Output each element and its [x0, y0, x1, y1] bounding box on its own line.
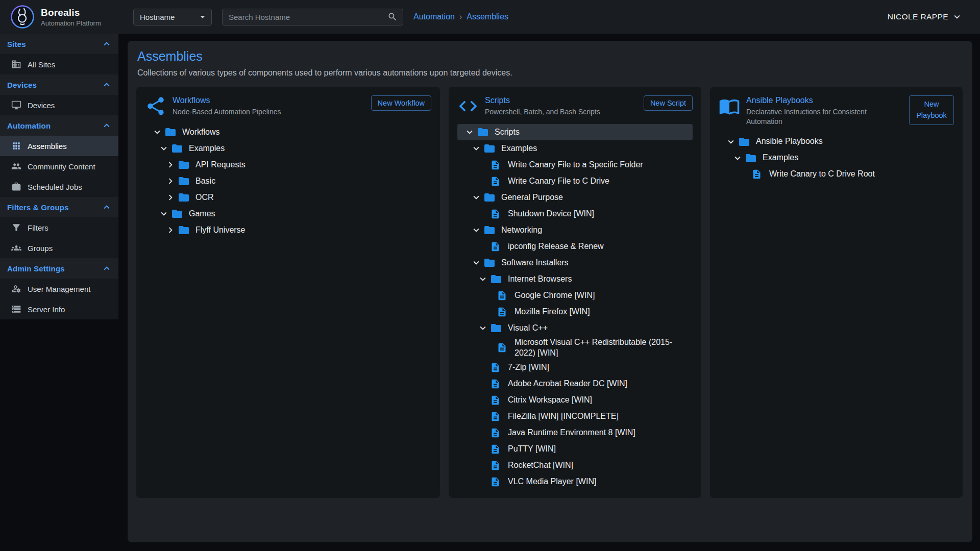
tree-file-filezilla-win-incomplete[interactable]: FileZilla [WIN] [INCOMPLETE]	[457, 409, 693, 425]
tree-folder-internet-browsers[interactable]: Internet Browsers	[457, 271, 693, 287]
sidebar-item-groups[interactable]: Groups	[0, 238, 118, 258]
tree-file-write-canary-file-to-c-drive[interactable]: Write Canary File to C Drive	[457, 173, 693, 189]
tree-file-write-canary-file-to-a-specific-folder[interactable]: Write Canary File to a Specific Folder	[457, 157, 693, 173]
breadcrumb-link-automation[interactable]: Automation	[413, 12, 455, 21]
file-icon	[490, 240, 505, 253]
search-input[interactable]	[229, 13, 387, 21]
search-icon[interactable]	[387, 12, 398, 22]
sidebar-item-all-sites[interactable]: All Sites	[0, 54, 118, 74]
tree-folder-api-requests[interactable]: API Requests	[145, 157, 431, 173]
chevron-down-icon[interactable]	[469, 257, 483, 268]
chevron-down-icon[interactable]	[462, 127, 477, 138]
sidebar-item-community-content[interactable]: Community Content	[0, 156, 118, 177]
tree-folder-basic[interactable]: Basic	[145, 173, 431, 189]
chevron-down-icon[interactable]	[469, 192, 483, 203]
playbooks-card-header: Ansible Playbooks Declarative Instructio…	[719, 94, 954, 127]
sidebar-section-sites[interactable]: Sites	[0, 34, 118, 54]
chevron-down-icon[interactable]	[157, 208, 171, 219]
tree-folder-examples[interactable]: Examples	[457, 140, 693, 157]
card-subtitle: Powershell, Batch, and Bash Scripts	[485, 107, 631, 117]
sidebar-item-devices[interactable]: Devices	[0, 95, 118, 115]
new-playbook-button[interactable]: New Playbook	[909, 95, 954, 125]
tree-file-google-chrome-win[interactable]: Google Chrome [WIN]	[457, 287, 693, 304]
tree-folder-examples[interactable]: Examples	[719, 150, 954, 166]
tree-folder-networking[interactable]: Networking	[457, 222, 693, 238]
tree-file-citrix-workspace-win[interactable]: Citrix Workspace [WIN]	[457, 392, 693, 409]
user-menu[interactable]: NICOLE RAPPE	[888, 11, 963, 22]
new-script-button[interactable]: New Script	[644, 95, 693, 111]
tree-file-mozilla-firefox-win[interactable]: Mozilla Firefox [WIN]	[457, 304, 693, 320]
code-icon	[457, 95, 479, 117]
tree-folder-software-installers[interactable]: Software Installers	[457, 255, 693, 271]
chevron-right-icon[interactable]	[163, 224, 178, 236]
folder-icon	[483, 257, 499, 269]
sidebar-section-label: Filters & Groups	[7, 203, 69, 212]
sidebar-item-server-info[interactable]: Server Info	[0, 299, 118, 319]
tree-indent-spacer	[476, 208, 490, 219]
sidebar-item-scheduled-jobs[interactable]: Scheduled Jobs	[0, 177, 118, 197]
scripts-tree: ScriptsExamplesWrite Canary File to a Sp…	[457, 124, 693, 490]
chevron-right-icon[interactable]	[163, 192, 178, 203]
tree-folder-ocr[interactable]: OCR	[145, 189, 431, 206]
sidebar-section-devices[interactable]: Devices	[0, 74, 118, 95]
tree-file-putty-win[interactable]: PuTTY [WIN]	[457, 441, 693, 458]
chevron-down-icon[interactable]	[730, 153, 745, 164]
sidebar-section-admin-settings[interactable]: Admin Settings	[0, 258, 118, 279]
tree-file-adobe-acrobat-reader-dc-win[interactable]: Adobe Acrobat Reader DC [WIN]	[457, 376, 693, 392]
tree-file-microsoft-visual-c-redistributable-2015-2022-win[interactable]: Microsoft Visual C++ Redistributable (20…	[457, 336, 693, 360]
tree-indent-spacer	[482, 342, 497, 354]
tree-file-vlc-media-player-win[interactable]: VLC Media Player [WIN]	[457, 474, 693, 490]
chevron-down-icon[interactable]	[476, 322, 490, 334]
chevron-down-icon[interactable]	[157, 143, 171, 154]
ansible-playbooks-card: Ansible Playbooks Declarative Instructio…	[710, 87, 963, 498]
sidebar-item-assemblies[interactable]: Assemblies	[0, 136, 118, 156]
tree-folder-visual-c[interactable]: Visual C++	[457, 320, 693, 336]
tree-indent-spacer	[476, 477, 490, 488]
file-icon	[490, 378, 505, 390]
tree-file-shutdown-device-win[interactable]: Shutdown Device [WIN]	[457, 206, 693, 222]
file-icon	[490, 427, 505, 439]
tree-indent-spacer	[476, 176, 490, 187]
card-title: Ansible Playbooks	[746, 96, 897, 105]
tree-file-7-zip-win[interactable]: 7-Zip [WIN]	[457, 360, 693, 376]
tree-file-ipconfig-release-renew[interactable]: ipconfig Release & Renew	[457, 238, 693, 255]
tree-folder-games[interactable]: Games	[145, 206, 431, 222]
page-title: Assemblies	[137, 49, 964, 64]
chevron-right-icon[interactable]	[163, 176, 178, 187]
chevron-down-icon[interactable]	[476, 273, 490, 285]
sidebar-item-label: Server Info	[28, 305, 65, 314]
sidebar-item-label: Devices	[28, 101, 55, 110]
tree-folder-workflows[interactable]: Workflows	[145, 124, 431, 140]
hostname-select[interactable]: Hostname	[133, 9, 212, 26]
topbar: Borealis Automation Platform Hostname Au…	[0, 0, 980, 34]
file-icon	[751, 168, 767, 181]
tree-file-java-runtime-environment-8-win[interactable]: Java Runtime Environment 8 [WIN]	[457, 425, 693, 441]
tree-item-label: Ansible Playbooks	[756, 136, 823, 147]
brand[interactable]: Borealis Automation Platform	[0, 5, 122, 29]
assemblies-panel: Assemblies Collections of various types …	[128, 41, 972, 542]
tree-file-rocketchat-win[interactable]: RocketChat [WIN]	[457, 458, 693, 474]
hostname-searchbox[interactable]	[222, 9, 403, 26]
brand-name: Borealis	[41, 7, 101, 18]
new-workflow-button[interactable]: New Workflow	[371, 95, 431, 111]
tree-item-label: Microsoft Visual C++ Redistributable (20…	[514, 337, 693, 359]
tree-indent-spacer	[476, 159, 490, 170]
tree-indent-spacer	[476, 241, 490, 252]
tree-file-write-canary-to-c-drive-root[interactable]: Write Canary to C Drive Root	[719, 166, 954, 183]
chevron-down-icon[interactable]	[469, 224, 483, 236]
sidebar-section-automation[interactable]: Automation	[0, 115, 118, 136]
tree-folder-flyff-universe[interactable]: Flyff Universe	[145, 222, 431, 238]
tree-folder-general-purpose[interactable]: General Purpose	[457, 189, 693, 206]
sidebar-section-label: Devices	[7, 81, 37, 89]
sidebar-section-filters-groups[interactable]: Filters & Groups	[0, 197, 118, 217]
tree-folder-ansible-playbooks[interactable]: Ansible Playbooks	[719, 134, 954, 150]
chevron-down-icon[interactable]	[150, 127, 164, 138]
tree-folder-examples[interactable]: Examples	[145, 140, 431, 157]
sidebar-item-user-management[interactable]: User Management	[0, 279, 118, 299]
chevron-down-icon[interactable]	[469, 143, 483, 154]
sidebar-item-filters[interactable]: Filters	[0, 217, 118, 238]
chevron-right-icon[interactable]	[163, 159, 178, 170]
breadcrumb-link-assemblies[interactable]: Assemblies	[467, 12, 508, 21]
chevron-down-icon[interactable]	[724, 136, 738, 147]
tree-folder-scripts[interactable]: Scripts	[457, 124, 693, 140]
